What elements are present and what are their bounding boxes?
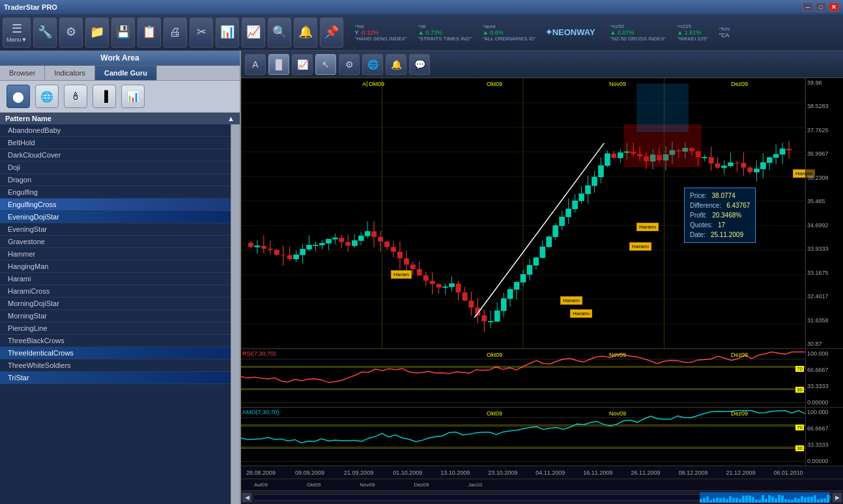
chart-tool-settings[interactable]: ⚙ bbox=[339, 54, 360, 75]
tab-indicators[interactable]: Indicators bbox=[45, 66, 95, 80]
view-btn-1[interactable]: ⬤ bbox=[7, 85, 30, 108]
timeline-sub-bar: Aut09 Okt09 Nov09 Dez09 Jan10 bbox=[241, 479, 843, 491]
chart-tool-globe[interactable]: 🌐 bbox=[362, 54, 383, 75]
scrollbar-vertical[interactable] bbox=[231, 124, 240, 504]
timeline-bar: 28.08.2009 09.09.2009 21.09.2009 01.10.2… bbox=[241, 466, 843, 479]
menubar: ☰ Menu▼ 🔧 ⚙ 📁 💾 📋 🖨 ✂ 📊 📈 🔍 🔔 📌 ^hsi Y -… bbox=[0, 14, 843, 51]
list-item[interactable]: DarkCloudCover bbox=[0, 149, 231, 161]
list-item[interactable]: Gravestone bbox=[0, 236, 231, 248]
chart-tool-cursor[interactable]: ↖ bbox=[315, 54, 336, 75]
rsi-chart: RSI(7,30,70): Okt09 Nov09 Dez09 Jan10 10… bbox=[241, 349, 843, 408]
tl-date-8: 16.11.2009 bbox=[583, 469, 612, 476]
chart-toolbar: A ▐▌ 📈 ↖ ⚙ 🌐 🔔 💬 bbox=[241, 51, 843, 78]
toolbar-btn-10[interactable]: 🔍 bbox=[268, 18, 291, 48]
scrollbar-horizontal[interactable]: ◀ ▶ bbox=[241, 491, 843, 504]
toolbar-btn-1[interactable]: 🔧 bbox=[33, 18, 57, 48]
toolbar-btn-8[interactable]: 📊 bbox=[216, 18, 239, 48]
sort-icon[interactable]: ▲ bbox=[227, 115, 235, 122]
rsi-30-label: 30 bbox=[795, 387, 804, 393]
tab-browser[interactable]: Browser bbox=[0, 66, 45, 80]
chart-tool-bar[interactable]: ▐▌ bbox=[268, 54, 289, 75]
view-btn-5[interactable]: 📊 bbox=[121, 85, 145, 108]
toolbar-btn-12[interactable]: 📌 bbox=[320, 18, 343, 48]
list-item[interactable]: BeltHold bbox=[0, 137, 231, 149]
mini-chart bbox=[700, 492, 830, 503]
maximize-button[interactable]: □ bbox=[816, 3, 826, 12]
toolbar-btn-3[interactable]: 📁 bbox=[85, 18, 109, 48]
amo-date-dez: Dez09 bbox=[731, 410, 748, 417]
toolbar-btn-4[interactable]: 💾 bbox=[111, 18, 135, 48]
date-label-okt09: Okt09 bbox=[487, 81, 502, 87]
list-item[interactable]: PiercingLine bbox=[0, 322, 231, 335]
amo-line-100 bbox=[241, 417, 805, 418]
list-item[interactable]: Doji bbox=[0, 161, 231, 174]
toolbar-btn-7[interactable]: ✂ bbox=[190, 18, 213, 48]
rsi-date-nov: Nov09 bbox=[609, 352, 626, 358]
list-item[interactable]: HaramiCross bbox=[0, 285, 231, 298]
menu-label: Menu▼ bbox=[7, 36, 27, 43]
list-container: AbandonedBaby BeltHold DarkCloudCover Do… bbox=[0, 124, 240, 504]
list-item[interactable]: ThreeBlackCrows bbox=[0, 335, 231, 347]
toolbar-btn-9[interactable]: 📈 bbox=[242, 18, 265, 48]
list-item-engulfing-cross[interactable]: EngulfingCross bbox=[0, 199, 231, 211]
list-item[interactable]: MorningDojiStar bbox=[0, 298, 231, 310]
menu-dropdown[interactable]: ☰ Menu▼ bbox=[3, 18, 31, 48]
amo-chart-canvas bbox=[241, 408, 805, 466]
rsi-price-axis: 100.000 66.6667 33.3333 0.00000 bbox=[805, 349, 843, 407]
tl-date-5: 13.10.2009 bbox=[440, 469, 470, 476]
toolbar-btn-5[interactable]: 📋 bbox=[137, 18, 161, 48]
tl-date-9: 26.11.2009 bbox=[631, 469, 660, 476]
list-item-evening-doji[interactable]: EveningDojiStar bbox=[0, 211, 231, 223]
app-title: TraderStar PRO bbox=[4, 3, 57, 11]
list-item[interactable]: ThreeWhiteSoldiers bbox=[0, 359, 231, 372]
list-item[interactable]: HangingMan bbox=[0, 260, 231, 273]
list-item-tristar[interactable]: TriStar bbox=[0, 372, 231, 384]
amo-price-axis: 100.000 66.6667 33.3333 0.00000 bbox=[805, 408, 843, 466]
chart-tool-a[interactable]: A bbox=[245, 54, 266, 75]
amo-date-nov: Nov09 bbox=[609, 410, 626, 417]
toolbar-btn-6[interactable]: 🖨 bbox=[164, 18, 187, 48]
list-item[interactable]: Engulfing bbox=[0, 186, 231, 199]
harami-label-1: Haram bbox=[391, 270, 412, 279]
view-btn-2[interactable]: 🌐 bbox=[35, 85, 59, 108]
amo-chart: AMO(7,30,70): Okt09 Nov09 Dez09 Jan10 10… bbox=[241, 408, 843, 466]
harami-label-3: Haramı bbox=[570, 309, 592, 318]
scroll-right[interactable]: ▶ bbox=[833, 493, 842, 502]
minimize-button[interactable]: ─ bbox=[803, 3, 813, 12]
list-item[interactable]: EveningStar bbox=[0, 223, 231, 236]
toolbar-btn-11[interactable]: 🔔 bbox=[294, 18, 317, 48]
amo-label: AMO(7,30,70): bbox=[242, 409, 281, 415]
amo-line-0 bbox=[241, 461, 805, 462]
chart-tool-chat[interactable]: 💬 bbox=[409, 54, 430, 75]
date-label-dez09: Dez09 bbox=[731, 81, 748, 87]
ticker-aord: ^aord ▲ 0.6% "ALL ORDINARIES ID" bbox=[477, 23, 536, 42]
list-item[interactable]: Hammer bbox=[0, 248, 231, 260]
list-item[interactable]: Dragon bbox=[0, 174, 231, 186]
close-button[interactable]: ✕ bbox=[829, 3, 839, 12]
list-item[interactable]: Harami bbox=[0, 273, 231, 285]
list-item-three-identical[interactable]: ThreeIdenticalCrows bbox=[0, 347, 231, 359]
main-area: Work Area Browser Indicators Candle Guru… bbox=[0, 51, 843, 504]
tl-date-11: 21.12.2009 bbox=[726, 469, 755, 476]
toolbar-btn-2[interactable]: ⚙ bbox=[59, 18, 83, 48]
list-item[interactable]: MorningStar bbox=[0, 310, 231, 322]
main-chart[interactable]: A⌈Okt09 Okt09 Nov09 Dez09 Jan10 Haram Ha… bbox=[241, 78, 843, 349]
chart-tool-line[interactable]: 📈 bbox=[292, 54, 313, 75]
harami-label-2: Haramı bbox=[560, 296, 582, 305]
amo-line-30 bbox=[241, 447, 805, 447]
date-label-aocts: A⌈Okt09 bbox=[362, 81, 384, 87]
chart-tool-bell[interactable]: 🔔 bbox=[386, 54, 407, 75]
rsi-date-okt: Okt09 bbox=[487, 352, 502, 358]
tl-date-4: 01.10.2009 bbox=[393, 469, 422, 476]
amo-line-70 bbox=[241, 426, 805, 427]
amo-70-label: 70 bbox=[795, 425, 804, 430]
icon-toolbar: ⬤ 🌐 🕯 ▐ 📊 bbox=[0, 81, 240, 113]
scroll-left[interactable]: ◀ bbox=[242, 493, 251, 502]
date-label-nov09: Nov09 bbox=[609, 81, 626, 87]
view-btn-4[interactable]: ▐ bbox=[93, 85, 116, 108]
list-item[interactable]: AbandonedBaby bbox=[0, 124, 231, 137]
tab-candle-guru[interactable]: Candle Guru bbox=[95, 66, 157, 80]
neonway-logo: ✦NEONWAY bbox=[545, 27, 595, 37]
view-btn-3[interactable]: 🕯 bbox=[64, 85, 87, 108]
info-tooltip: Price:38.0774 Difference:6.43767 Profit:… bbox=[684, 188, 756, 243]
